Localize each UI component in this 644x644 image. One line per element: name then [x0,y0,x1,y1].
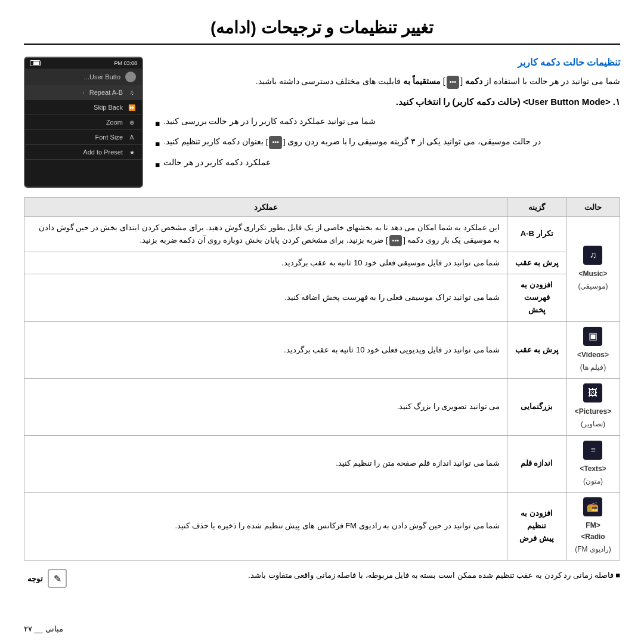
note-icon: ✎ [48,569,67,588]
text-icon-box: ≡ [583,441,602,460]
intro-text: شما می توانید در هر حالت با استفاده از د… [155,74,620,89]
option-zoom: بزرگنمایی [507,379,566,435]
menu-item-repeat[interactable]: ♫ Repeat A-B › [25,85,142,100]
action-zoom: می توانید تصویری را بزرگ کنید. [24,379,507,435]
table-row-music-1: ♫ <Music> (موسیقی) تکرار A-B این عملکرد … [24,217,620,252]
action-skipback-music: شما می توانید در فایل موسیقی فعلی خود 10… [24,252,507,274]
text-section: تنظیمات حالت دکمه کاربر شما می توانید در… [155,57,620,188]
action-repeat: این عملکرد به شما امکان می دهد تا به بخش… [24,217,507,252]
radio-icon-box: 📻 [583,497,602,516]
table-row-radio: 📻 <FM Radio> (رادیوی FM) افزودن به تنظیم… [24,492,620,561]
radio-icon: 📻 [587,499,599,515]
table-row-pictures: 🖼 <Pictures> (تصاویر) بزرگنمایی می توانی… [24,379,620,435]
menu-label-skip: Skip Back [94,104,123,111]
table-row-texts: ≡ <Texts> (متون) اندازه قلم شما می توانی… [24,435,620,492]
arrow-icon: › [82,89,84,96]
device-menu: ♫ Repeat A-B › ⏩ Skip Back ⊕ Zoom A Font… [25,85,142,160]
bullet-dot-2: ■ [155,137,160,151]
menu-item-skip[interactable]: ⏩ Skip Back [25,100,142,115]
option-addplaylist: افزودن بهفهرست پخش [507,274,566,321]
music-icon: ♫ [589,247,596,263]
col-header-action: عملکرد [24,198,507,217]
dots-btn-table: ••• [389,235,402,247]
music-icon-box: ♫ [583,246,602,265]
option-skipback-music: پرش به عقب [507,252,566,274]
menu-item-addpreset[interactable]: ★ Add to Preset [25,145,142,160]
action-skipback-video: شما می توانید در فایل ویدیویی فعلی خود 1… [24,321,507,378]
step1-title: ۱. <User Button Mode> (حالت دکمه کاربر) … [155,94,620,110]
bottom-note: ✎ توجه ■ فاصله زمانی رد کردن به عقب تنظی… [24,569,620,588]
bullet-dot-3: ■ [155,158,160,172]
mode-cell-texts: ≡ <Texts> (متون) [566,435,620,492]
note-label: توجه [27,574,43,583]
picture-icon-box: 🖼 [583,383,602,402]
bullet3: عملکرد دکمه کاربر در هر حالت ■ [155,156,620,172]
device-title-text: User Butto... [84,73,120,80]
page-title: تغییر تنظیمات و ترجیحات (ادامه) [24,18,620,45]
picture-icon: 🖼 [588,385,597,401]
menu-label-addpreset: Add to Preset [83,148,123,156]
bullet2-text: در حالت موسیقی، می توانید یکی از ۳ گزینه… [163,135,541,149]
text-icon: ≡ [590,443,595,456]
bullet2: در حالت موسیقی، می توانید یکی از ۳ گزینه… [155,135,620,151]
menu-label-repeat: Repeat A-B [89,89,123,96]
mode-cell-music: ♫ <Music> (موسیقی) [566,217,620,322]
action-fontsize: شما می توانید اندازه قلم صفحه متن را تنظ… [24,435,507,492]
menu-label-zoom: Zoom [106,119,123,126]
dots-button: ••• [447,76,460,89]
font-icon: A [128,133,136,141]
option-preset: افزودن به تنظیمپیش فرض [507,492,566,561]
mode-cell-pictures: 🖼 <Pictures> (تصاویر) [566,379,620,435]
action-addplaylist: شما می توانید تراک موسیقی فعلی را به فهر… [24,274,507,321]
option-repeat: تکرار A-B [507,217,566,252]
top-section: 03:08 PM User Butto... ♫ Repeat A-B › ⏩ [24,57,620,188]
col-header-mode: حالت [566,198,620,217]
option-fontsize: اندازه قلم [507,435,566,492]
option-skipback-video: پرش به عقب [507,321,566,378]
bullet1-text: شما می توانید عملکرد دکمه کاربر را در هر… [163,114,376,129]
menu-item-fontsize[interactable]: A Font Size [25,130,142,145]
preset-icon: ★ [128,148,136,156]
mode-cell-radio: 📻 <FM Radio> (رادیوی FM) [566,492,620,561]
device-header: 03:08 PM [25,58,142,69]
page-number: مبانی __ ۲۷ [24,624,63,633]
gear-icon [125,72,136,82]
page-container: تغییر تنظیمات و ترجیحات (ادامه) 03:08 PM… [0,0,644,644]
col-header-option: گزینه [507,198,566,217]
table-row-music-3: افزودن بهفهرست پخش شما می توانید تراک مو… [24,274,620,321]
device-screenshot: 03:08 PM User Butto... ♫ Repeat A-B › ⏩ [24,57,143,188]
time-display: 03:08 PM [114,60,137,66]
data-table: حالت گزینه عملکرد ♫ <Music> (موسیقی) تکر… [24,197,620,561]
zoom-icon: ⊕ [128,118,136,126]
table-row-music-2: پرش به عقب شما می توانید در فایل موسیقی … [24,252,620,274]
mode-cell-videos: ▣ <Videos> (فیلم ها) [566,321,620,378]
action-preset: شما می توانید در حین گوش دادن به رادیوی … [24,492,507,561]
bullet1: شما می توانید عملکرد دکمه کاربر را در هر… [155,114,620,131]
menu-label-fontsize: Font Size [95,134,123,141]
repeat-icon: ♫ [128,88,136,97]
battery-icon [30,60,41,66]
video-icon-box: ▣ [583,327,602,346]
table-row-videos: ▣ <Videos> (فیلم ها) پرش به عقب شما می ت… [24,321,620,378]
skip-icon: ⏩ [128,103,136,112]
note-text-area: ■ فاصله زمانی رد کردن به عقب تنظیم شده م… [73,569,620,582]
section-subtitle: تنظیمات حالت دکمه کاربر [155,57,620,68]
device-status: 03:08 PM [114,60,137,66]
bullet3-text: عملکرد دکمه کاربر در هر حالت [163,156,271,170]
device-title-bar: User Butto... [25,69,142,85]
menu-item-zoom[interactable]: ⊕ Zoom [25,115,142,130]
video-icon: ▣ [589,329,597,344]
bullet-dot-1: ■ [155,117,160,131]
dots-button-2: ••• [269,136,282,149]
note-text: ■ فاصله زمانی رد کردن به عقب تنظیم شده م… [73,569,620,582]
